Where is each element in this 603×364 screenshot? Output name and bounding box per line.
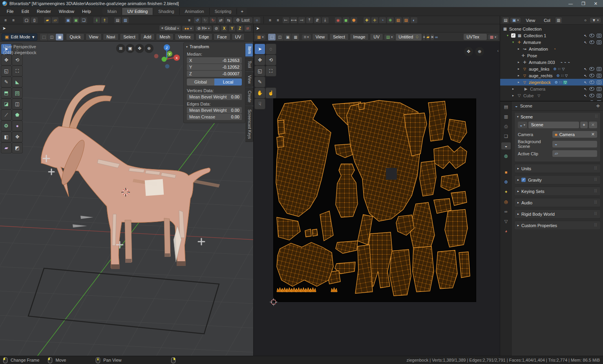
uv-sidebar-collapse-arrow[interactable]: ‹	[497, 49, 499, 53]
open-folder-icon[interactable]: ▰	[44, 17, 51, 23]
open-recent-icon[interactable]: ▱	[52, 17, 58, 23]
vertex-bevel-weight-field[interactable]: Mean Bevel Weight0.00	[187, 94, 242, 100]
uv-rotate-tool[interactable]: ⟲	[266, 55, 276, 65]
section-audio[interactable]: ▸ Audio ⠿	[514, 198, 601, 207]
restore-button[interactable]: ❐	[581, 1, 585, 6]
zoom-view-button[interactable]: ⊕	[144, 44, 153, 53]
mean-crease-field[interactable]: Mean Crease0.00	[187, 114, 242, 120]
new-scene-button[interactable]: +	[580, 122, 587, 128]
perspective-toggle-button[interactable]: ⊞	[116, 44, 125, 53]
uv-zoom-button[interactable]: ⊕	[475, 47, 484, 56]
pin-icon[interactable]: ✛	[596, 104, 600, 109]
spin-tool[interactable]: ❂	[1, 121, 11, 131]
pan-view-button[interactable]: ✥	[135, 44, 144, 53]
align-top-icon[interactable]: ⤒	[306, 17, 313, 23]
redo-icon[interactable]: ↻	[202, 17, 208, 23]
panel-collapse-icon[interactable]: ▾	[186, 45, 188, 49]
new-image-button[interactable]: +	[423, 34, 425, 40]
menu-face[interactable]: Face	[214, 33, 230, 40]
edge-select-icon[interactable]: ◫	[48, 34, 55, 40]
row-auge-rechts[interactable]: ▸ ▽ auge_rechts ⚙ ∷ ▽ ↖	[500, 72, 603, 79]
uv-island-tiny-b[interactable]	[312, 229, 318, 236]
shrink-tool[interactable]: ✥	[12, 132, 22, 142]
toolbar-menu2-icon[interactable]: ≡	[10, 17, 17, 23]
uv-island-belly-strip[interactable]	[336, 164, 358, 217]
uv-island-tiny-a[interactable]	[305, 229, 311, 237]
section-units[interactable]: ▸ Units ⠿	[514, 164, 601, 173]
camera-view-button[interactable]: ▣	[126, 44, 135, 53]
knife-tool[interactable]: ⟋	[1, 110, 11, 120]
uv-island-leg-flare[interactable]	[355, 245, 373, 293]
uv-island-ladder-b[interactable]	[277, 136, 284, 147]
uv-toolbar-menu2-icon[interactable]: ≡	[275, 17, 281, 23]
align-center-icon[interactable]: ⟷	[291, 17, 297, 23]
transform-orientation-dropdown[interactable]: ⌖ Global ▾	[159, 25, 181, 31]
row-cube[interactable]: ▸ ▽ Cube ▽ ↖	[500, 92, 603, 99]
menu-edit[interactable]: Edit	[18, 8, 33, 15]
menu-uv3d[interactable]: UV	[232, 33, 245, 40]
proportional-off-icon[interactable]: ⊘	[213, 25, 219, 31]
uv-island-body-left[interactable]	[276, 100, 331, 217]
uv-island-leg-col-b[interactable]	[413, 246, 434, 292]
mirror-x-button[interactable]: X	[221, 25, 227, 31]
menu-file[interactable]: File	[3, 8, 17, 15]
local-toggle[interactable]: Local	[214, 78, 242, 86]
uv-face-select-icon[interactable]: ▣	[284, 34, 291, 40]
render-image-icon[interactable]: ▤	[114, 17, 121, 23]
transform-tool[interactable]: ⛶	[12, 66, 22, 76]
minimize-button[interactable]: —	[568, 1, 573, 6]
scene-datablock-dropdown[interactable]: ◒▾	[518, 122, 527, 128]
outliner-filter-dropdown[interactable]: ▼▾	[590, 18, 601, 23]
new-file-icon[interactable]: ▢	[23, 17, 30, 23]
uv-cursor-tool[interactable]: ◌	[266, 44, 276, 54]
uv-pan-button[interactable]: ✥	[464, 47, 473, 56]
fake-user-shield-icon[interactable]: ♢	[415, 35, 419, 40]
render-tab-icon[interactable]: ▥	[501, 113, 511, 120]
scale-tool[interactable]: ◱	[1, 66, 11, 76]
save-icon[interactable]: ▣	[65, 17, 71, 23]
search-icon[interactable]: ○	[254, 17, 260, 23]
uv-pinch-tool[interactable]: ☟	[255, 99, 265, 109]
menu-select3d[interactable]: Select	[120, 33, 139, 40]
menu-add[interactable]: Add	[140, 33, 155, 40]
uv-island-leg-col-a[interactable]	[390, 249, 411, 296]
row-scene-collection[interactable]: ▦ Scene Collection	[500, 25, 603, 32]
row-armature-003[interactable]: ▸ ✛ Armature.003 ⌁⌁⌁	[500, 59, 603, 66]
close-button[interactable]: ✕	[594, 1, 598, 6]
menu-vertex[interactable]: Vertex	[175, 33, 194, 40]
uv-edge-select-icon[interactable]: ◫	[276, 34, 283, 40]
mirror-options-icon[interactable]: ⧄	[245, 25, 251, 31]
uv-island-hoof[interactable]	[331, 288, 337, 292]
unwrap-icon[interactable]: ❋	[387, 17, 394, 23]
uv-map-field[interactable]: UVTex	[464, 34, 486, 40]
view-layer-tab-icon[interactable]: ❏	[501, 133, 511, 140]
row-camera[interactable]: ▸ ▶ Camera ↖	[500, 86, 603, 92]
tab-uv-editing[interactable]: UV Editing	[122, 8, 153, 15]
uv-island-butterfly[interactable]	[434, 146, 467, 169]
mode-dropdown[interactable]: ▣ Edit Mode ▾	[2, 33, 37, 41]
constraints-tab-icon[interactable]: ∞	[501, 208, 511, 215]
collection-checkbox[interactable]: ✓	[511, 33, 515, 38]
align-middle-icon[interactable]: ⇵	[314, 17, 321, 23]
uv-island-horn-hook[interactable]	[448, 119, 467, 143]
tab-item[interactable]: Item	[245, 43, 253, 57]
face-select-icon[interactable]: ▣	[56, 34, 63, 40]
menu-quick[interactable]: Quick	[66, 33, 84, 40]
edgeslide-tool[interactable]: ◧	[1, 132, 11, 142]
menu-mesh[interactable]: Mesh	[156, 33, 174, 40]
row-collection-1[interactable]: ▾ ✓ ▦ Collection 1 ↖	[500, 32, 603, 39]
section-keying-sets[interactable]: ▸ Keying Sets ⠿	[514, 187, 601, 196]
outliner-menu-view[interactable]: View	[522, 17, 539, 24]
mirror-y-button[interactable]: Y	[229, 25, 235, 31]
uv-island-select-icon[interactable]: ▦	[292, 34, 299, 40]
redo-history-icon[interactable]: ⇆	[225, 17, 232, 23]
tab-screencast-keys[interactable]: Screencast Keys	[245, 106, 253, 142]
save-as-icon[interactable]: ▣	[73, 17, 79, 23]
extrude-tool[interactable]: ⬒	[1, 88, 11, 98]
display-options-dropdown[interactable]: ▩▾	[488, 35, 498, 40]
median-y-field[interactable]: Y-0.12052	[187, 64, 242, 70]
align-left-icon[interactable]: ⟝	[283, 17, 289, 23]
world-tab-icon[interactable]: ◍	[501, 152, 511, 159]
add-workspace-button[interactable]: +	[238, 8, 246, 15]
menu-navi[interactable]: Navi	[103, 33, 119, 40]
